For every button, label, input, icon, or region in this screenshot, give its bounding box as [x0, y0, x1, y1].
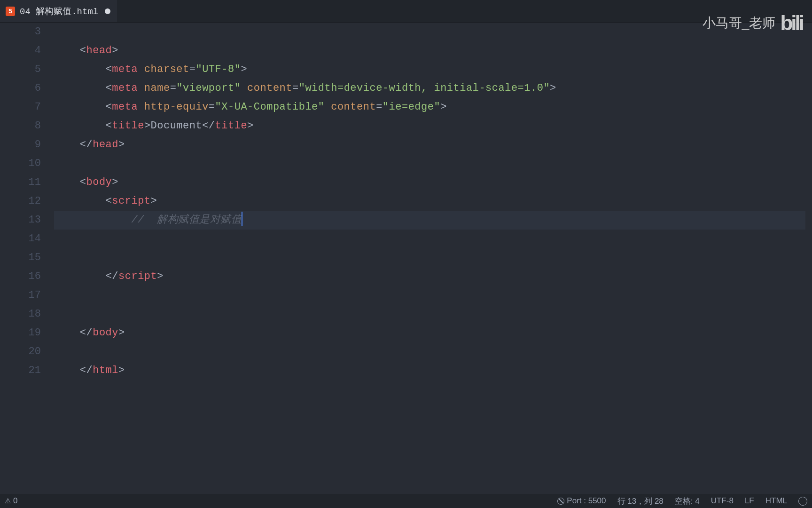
html5-icon: 5 [6, 7, 15, 16]
code-line[interactable] [54, 23, 812, 41]
watermark-text: 小马哥_老师 [703, 14, 776, 32]
block-icon [557, 498, 564, 505]
line-number-gutter: 3456789101112131415161718192021 [0, 23, 54, 494]
line-number: 18 [0, 305, 41, 324]
line-number: 13 [0, 211, 41, 230]
code-line[interactable]: <meta http-equiv="X-UA-Compatible" conte… [54, 98, 812, 117]
code-line[interactable] [54, 154, 812, 173]
code-line[interactable]: <script> [54, 192, 812, 211]
code-line[interactable]: // 解构赋值是对赋值 [54, 211, 812, 230]
tab-bar: 5 04 解构赋值.html [0, 0, 812, 23]
code-line[interactable] [54, 248, 812, 267]
bilibili-logo-icon: bili [780, 11, 803, 35]
indentation[interactable]: 空格: 4 [675, 496, 700, 507]
code-editor[interactable]: 3456789101112131415161718192021 <head> <… [0, 23, 812, 494]
warning-icon [5, 496, 11, 506]
code-line[interactable]: </html> [54, 361, 812, 380]
watermark: 小马哥_老师 bili [703, 11, 803, 35]
code-line[interactable]: <body> [54, 173, 812, 192]
line-number: 20 [0, 342, 41, 361]
line-number: 17 [0, 286, 41, 305]
code-line[interactable] [54, 286, 812, 305]
code-line[interactable] [54, 342, 812, 361]
port-label: Port : 5500 [567, 496, 606, 506]
encoding[interactable]: UTF-8 [711, 496, 734, 506]
line-number: 9 [0, 135, 41, 154]
line-number: 8 [0, 117, 41, 135]
line-number: 19 [0, 324, 41, 342]
code-line[interactable]: <title>Document</title> [54, 117, 812, 135]
line-number: 11 [0, 173, 41, 192]
status-bar: 0 Port : 5500 行 13，列 28 空格: 4 UTF-8 LF H… [0, 494, 812, 508]
line-number: 3 [0, 23, 41, 41]
feedback-icon[interactable] [798, 497, 807, 506]
code-line[interactable]: <meta name="viewport" content="width=dev… [54, 79, 812, 98]
code-line[interactable]: <head> [54, 41, 812, 60]
line-number: 12 [0, 192, 41, 211]
problem-count: 0 [13, 496, 17, 506]
line-number: 21 [0, 361, 41, 380]
eol[interactable]: LF [745, 496, 754, 506]
code-area[interactable]: <head> <meta charset="UTF-8"> <meta name… [54, 23, 812, 494]
code-line[interactable] [54, 305, 812, 324]
line-number: 7 [0, 98, 41, 117]
line-number: 5 [0, 60, 41, 79]
line-number: 6 [0, 79, 41, 98]
code-line[interactable] [54, 230, 812, 248]
unsaved-indicator-icon [105, 8, 110, 14]
code-line[interactable]: </script> [54, 267, 812, 286]
line-number: 14 [0, 230, 41, 248]
line-number: 4 [0, 41, 41, 60]
code-line[interactable]: </body> [54, 324, 812, 342]
live-server-port[interactable]: Port : 5500 [557, 496, 606, 506]
code-line[interactable]: </head> [54, 135, 812, 154]
file-tab[interactable]: 5 04 解构赋值.html [0, 0, 117, 22]
text-cursor [242, 212, 242, 226]
tab-filename: 04 解构赋值.html [20, 5, 98, 17]
line-number: 16 [0, 267, 41, 286]
code-line[interactable]: <meta charset="UTF-8"> [54, 60, 812, 79]
problems-indicator[interactable]: 0 [5, 496, 17, 506]
line-number: 15 [0, 248, 41, 267]
line-number: 10 [0, 154, 41, 173]
cursor-position[interactable]: 行 13，列 28 [617, 496, 664, 507]
language-mode[interactable]: HTML [765, 496, 787, 506]
